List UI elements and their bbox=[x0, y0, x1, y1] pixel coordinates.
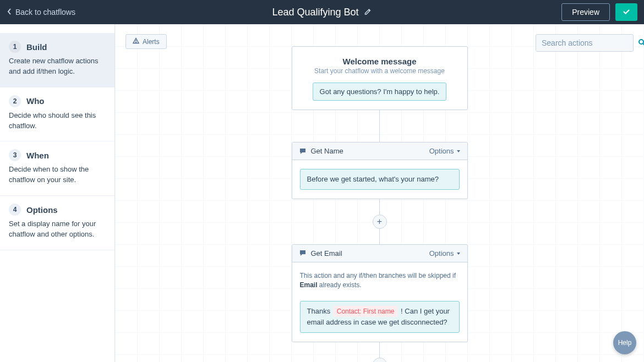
step-number: 3 bbox=[9, 149, 21, 161]
preview-button[interactable]: Preview bbox=[561, 3, 610, 21]
chat-icon bbox=[299, 147, 307, 155]
help-label: Help bbox=[618, 339, 632, 347]
step-desc: Decide who should see this chatflow. bbox=[9, 111, 106, 131]
alerts-button[interactable]: Alerts bbox=[125, 34, 167, 49]
canvas[interactable]: Alerts Welcome message Start your chatfl… bbox=[115, 24, 644, 362]
step-desc: Create new chatflow actions and add if/t… bbox=[9, 56, 106, 77]
welcome-subtitle: Start your chatflow with a welcome messa… bbox=[301, 67, 459, 75]
plus-icon: + bbox=[377, 217, 382, 227]
connector-line bbox=[379, 110, 380, 142]
caret-down-icon bbox=[456, 147, 461, 155]
alerts-label: Alerts bbox=[143, 38, 160, 46]
page-title: Lead Qualifying Bot bbox=[272, 7, 358, 18]
svg-point-2 bbox=[639, 40, 643, 44]
step-desc: Decide when to show the chatflow on your… bbox=[9, 164, 106, 185]
caret-down-icon bbox=[456, 249, 461, 257]
connector-line bbox=[379, 199, 380, 215]
search-icon bbox=[638, 39, 644, 48]
add-action-button[interactable]: + bbox=[373, 358, 387, 362]
welcome-bubble: Got any questions? I'm happy to help. bbox=[313, 83, 447, 101]
skip-note: This action and any if/then branches wil… bbox=[300, 271, 460, 290]
get-name-bubble: Before we get started, what's your name? bbox=[300, 169, 460, 190]
search-actions[interactable] bbox=[536, 34, 634, 52]
pencil-icon[interactable] bbox=[364, 8, 372, 17]
step-title: When bbox=[26, 151, 49, 160]
connector-line bbox=[379, 229, 380, 244]
step-number: 2 bbox=[9, 95, 21, 107]
step-number: 4 bbox=[9, 204, 21, 216]
step-title: Build bbox=[26, 42, 47, 52]
svg-point-1 bbox=[136, 42, 137, 42]
card-welcome-message[interactable]: Welcome message Start your chatflow with… bbox=[292, 46, 468, 110]
help-button[interactable]: Help bbox=[613, 331, 636, 354]
options-label: Options bbox=[429, 249, 454, 257]
sidebar: 1 Build Create new chatflow actions and … bbox=[0, 24, 115, 362]
check-icon bbox=[622, 7, 631, 18]
warning-icon bbox=[133, 37, 139, 46]
connector-line bbox=[379, 342, 380, 358]
card-title: Get Name bbox=[311, 147, 343, 155]
welcome-title: Welcome message bbox=[301, 57, 459, 66]
sidebar-step-build[interactable]: 1 Build Create new chatflow actions and … bbox=[0, 33, 114, 87]
back-label: Back to chatflows bbox=[15, 8, 75, 17]
contact-token: Contact: First name bbox=[334, 306, 398, 317]
card-get-name[interactable]: Get Name Options Before we get started, … bbox=[292, 142, 468, 199]
card-get-email[interactable]: Get Email Options This action and any if… bbox=[292, 244, 468, 342]
step-title: Who bbox=[26, 96, 44, 106]
chat-icon bbox=[299, 249, 307, 257]
step-number: 1 bbox=[9, 41, 21, 53]
sidebar-step-when[interactable]: 3 When Decide when to show the chatflow … bbox=[0, 141, 114, 196]
sidebar-step-options[interactable]: 4 Options Set a display name for your ch… bbox=[0, 196, 114, 250]
preview-label: Preview bbox=[572, 8, 599, 17]
step-title: Options bbox=[26, 205, 58, 215]
chevron-left-icon bbox=[7, 8, 12, 17]
step-desc: Set a display name for your chatflow and… bbox=[9, 219, 106, 240]
card-options-dropdown[interactable]: Options bbox=[429, 147, 461, 155]
card-title: Get Email bbox=[311, 249, 342, 257]
add-action-button[interactable]: + bbox=[373, 215, 387, 229]
sidebar-step-who[interactable]: 2 Who Decide who should see this chatflo… bbox=[0, 87, 114, 142]
plus-icon: + bbox=[377, 360, 382, 362]
search-input[interactable] bbox=[542, 39, 638, 47]
card-options-dropdown[interactable]: Options bbox=[429, 249, 461, 257]
back-to-chatflows-link[interactable]: Back to chatflows bbox=[7, 8, 75, 17]
get-email-bubble: Thanks Contact: First name ! Can I get y… bbox=[300, 301, 460, 333]
confirm-button[interactable] bbox=[615, 3, 637, 21]
options-label: Options bbox=[429, 147, 454, 155]
